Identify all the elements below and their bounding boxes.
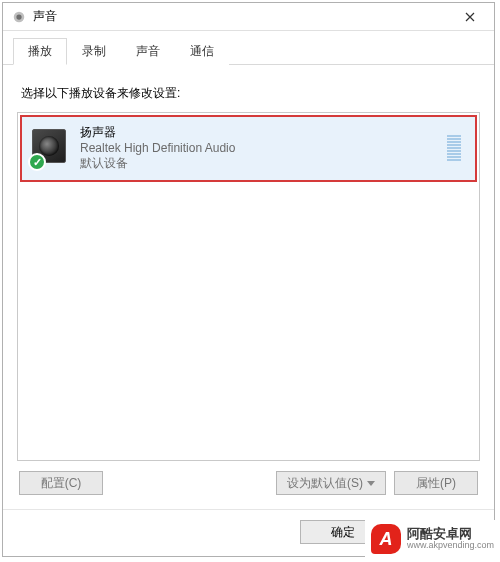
device-text: 扬声器 Realtek High Definition Audio 默认设备 xyxy=(80,125,235,172)
device-icon xyxy=(32,129,70,167)
tab-recording[interactable]: 录制 xyxy=(67,38,121,65)
device-action-row: 配置(C) 设为默认值(S) 属性(P) xyxy=(17,461,480,501)
tab-playback[interactable]: 播放 xyxy=(13,38,67,65)
level-meter xyxy=(447,135,465,161)
properties-label: 属性(P) xyxy=(416,475,456,492)
svg-point-1 xyxy=(16,14,21,19)
instruction-text: 选择以下播放设备来修改设置: xyxy=(21,85,476,102)
device-list[interactable]: 扬声器 Realtek High Definition Audio 默认设备 xyxy=(17,112,480,461)
tab-bar: 播放 录制 声音 通信 xyxy=(3,31,494,65)
watermark-logo: A xyxy=(371,524,401,554)
set-default-label: 设为默认值(S) xyxy=(287,475,363,492)
close-button[interactable] xyxy=(450,3,490,31)
tab-sounds[interactable]: 声音 xyxy=(121,38,175,65)
default-badge-icon xyxy=(28,153,46,171)
set-default-button[interactable]: 设为默认值(S) xyxy=(276,471,386,495)
sound-icon xyxy=(11,9,27,25)
device-driver: Realtek High Definition Audio xyxy=(80,141,235,157)
watermark-name: 阿酷安卓网 xyxy=(407,527,494,541)
properties-button[interactable]: 属性(P) xyxy=(394,471,478,495)
sound-dialog: 声音 播放 录制 声音 通信 选择以下播放设备来修改设置: 扬声器 Realte… xyxy=(2,2,495,557)
tab-content: 选择以下播放设备来修改设置: 扬声器 Realtek High Definiti… xyxy=(3,65,494,509)
watermark: A 阿酷安卓网 www.akpvending.com xyxy=(365,520,500,558)
chevron-down-icon xyxy=(367,481,375,486)
configure-button[interactable]: 配置(C) xyxy=(19,471,103,495)
window-title: 声音 xyxy=(33,8,450,25)
device-status: 默认设备 xyxy=(80,156,235,172)
tab-communications[interactable]: 通信 xyxy=(175,38,229,65)
device-name: 扬声器 xyxy=(80,125,235,141)
ok-label: 确定 xyxy=(331,524,355,541)
watermark-url: www.akpvending.com xyxy=(407,541,494,551)
device-item-speakers[interactable]: 扬声器 Realtek High Definition Audio 默认设备 xyxy=(20,115,477,182)
configure-label: 配置(C) xyxy=(41,475,82,492)
titlebar: 声音 xyxy=(3,3,494,31)
